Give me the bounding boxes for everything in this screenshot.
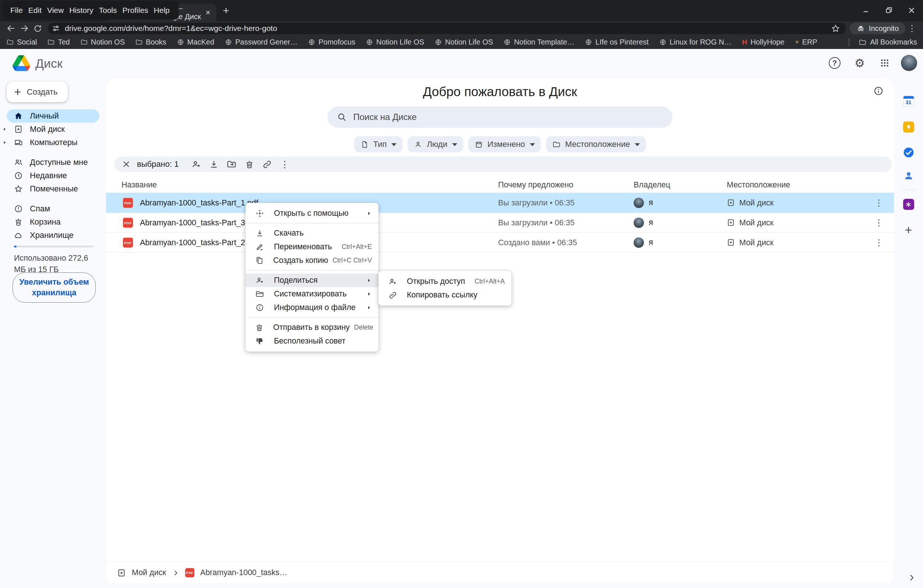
drive-logo[interactable]	[13, 55, 30, 71]
move-to-folder-icon[interactable]	[223, 157, 240, 172]
bookmark-books[interactable]: Books	[135, 38, 166, 46]
sidebar-item-spam[interactable]: Спам	[7, 202, 99, 215]
browser-more-icon[interactable]: ⋮	[905, 22, 918, 34]
bookmark-erp[interactable]: ♥ERP	[795, 38, 817, 46]
filter-type-chip[interactable]: Тип	[354, 136, 403, 153]
bookmark-password-generator[interactable]: Password Gener…	[225, 38, 297, 46]
expand-chevron-icon[interactable]	[2, 140, 7, 145]
copy-link-icon[interactable]	[258, 157, 276, 172]
account-avatar[interactable]	[901, 55, 917, 71]
sidebar-item-shared-with-me[interactable]: Доступные мне	[7, 156, 99, 169]
menu-share[interactable]: Поделиться	[246, 274, 378, 287]
back-icon[interactable]	[5, 22, 18, 34]
window-close-icon[interactable]	[905, 4, 918, 16]
menu-organize[interactable]: Систематизировать	[246, 287, 378, 301]
breadcrumb-my-drive[interactable]: Мой диск	[132, 568, 166, 577]
search-bar[interactable]	[328, 107, 673, 128]
info-icon[interactable]	[873, 86, 884, 96]
menu-view[interactable]: View	[47, 6, 64, 15]
file-row[interactable]: PDFAbramyan-1000_tasks-Part_3.pdf Вы заг…	[106, 213, 894, 233]
settings-gear-icon[interactable]: ⚙	[851, 54, 869, 72]
sidebar-item-my-drive[interactable]: Мой диск	[7, 123, 99, 136]
share-person-add-icon[interactable]	[187, 157, 205, 172]
menu-open-with[interactable]: Открыть с помощью	[246, 207, 378, 220]
sidebar-item-starred[interactable]: Помеченные	[7, 182, 99, 195]
bookmark-life-os-pinterest[interactable]: LIfe os Pinterest	[585, 38, 649, 46]
create-button[interactable]: + Создать	[7, 82, 68, 102]
download-icon[interactable]	[205, 157, 223, 172]
menu-make-copy[interactable]: Создать копию Ctrl+C Ctrl+V	[246, 254, 378, 267]
window-restore-icon[interactable]	[882, 4, 895, 16]
bookmark-notion-template[interactable]: Notion Template…	[504, 38, 574, 46]
clear-selection-icon[interactable]	[118, 157, 134, 172]
submenu-share-access[interactable]: Открыть доступ Ctrl+Alt+A	[378, 275, 511, 288]
address-bar[interactable]: drive.google.com/drive/home?dmr=1&ec=wgc…	[48, 23, 846, 34]
menu-download[interactable]: Скачать	[246, 227, 378, 240]
chatgpt-app-icon[interactable]	[903, 199, 914, 210]
bookmark-notion-life-os-1[interactable]: Notion Life OS	[366, 38, 424, 46]
filter-people-chip[interactable]: Люди	[407, 136, 463, 153]
bookmark-macked[interactable]: MacKed	[177, 38, 214, 46]
menu-edit[interactable]: Edit	[28, 6, 42, 15]
row-more-icon[interactable]: ⋮	[872, 216, 886, 230]
buy-storage-button[interactable]: Увеличить объем хранилища	[13, 273, 96, 303]
expand-chevron-icon[interactable]	[2, 126, 7, 132]
breadcrumb-file[interactable]: Abramyan-1000_tasks…	[200, 568, 287, 577]
bookmark-label: Linux for ROG N…	[670, 38, 732, 46]
filter-location-chip[interactable]: Местоположение	[546, 136, 646, 153]
sidebar-item-home[interactable]: Личный	[7, 109, 99, 123]
sidebar-item-recent[interactable]: Недавние	[7, 169, 99, 182]
tasks-app-icon[interactable]	[903, 146, 915, 158]
bookmark-notion-os[interactable]: Notion OS	[80, 38, 125, 46]
trash-icon[interactable]	[240, 157, 258, 172]
sidebar-item-computers[interactable]: Компьютеры	[7, 136, 99, 149]
window-minimize-icon[interactable]	[860, 4, 872, 16]
sidebar-item-trash[interactable]: Корзина	[7, 215, 99, 229]
submenu-copy-link[interactable]: Копировать ссылку	[378, 288, 511, 302]
menu-move-to-trash[interactable]: Отправить в корзину Delete	[246, 321, 378, 334]
calendar-app-icon[interactable]: 31	[903, 96, 914, 107]
keep-app-icon[interactable]	[903, 122, 914, 133]
filter-modified-chip[interactable]: Изменено	[468, 136, 541, 153]
bookmark-linux-rog[interactable]: Linux for ROG N…	[659, 38, 732, 46]
row-more-icon[interactable]: ⋮	[872, 236, 886, 250]
contacts-app-icon[interactable]	[903, 170, 914, 181]
bookmark-pomofocus[interactable]: Pomofocus	[308, 38, 355, 46]
file-row[interactable]: PDFAbramyan-1000_tasks-Part_2.pdf Создан…	[106, 233, 894, 253]
forward-icon[interactable]	[18, 22, 31, 34]
help-button[interactable]: ?	[826, 54, 844, 72]
reload-icon[interactable]	[31, 22, 44, 34]
site-info-icon[interactable]	[51, 24, 61, 33]
menu-profiles[interactable]: Profiles	[123, 6, 148, 15]
file-location[interactable]: Мой диск	[727, 238, 774, 247]
bookmark-notion-life-os-2[interactable]: Notion Life OS	[435, 38, 493, 46]
column-reason[interactable]: Почему предложено	[498, 181, 573, 190]
file-location[interactable]: Мой диск	[727, 218, 774, 227]
more-actions-icon[interactable]: ⋮	[276, 157, 294, 172]
apps-grid-icon[interactable]	[876, 54, 893, 72]
menu-tools[interactable]: Tools	[99, 6, 117, 15]
file-row[interactable]: PDFAbramyan-1000_tasks-Part_1.pdf Вы заг…	[106, 193, 894, 213]
new-tab-button[interactable]: +	[219, 4, 233, 17]
column-location[interactable]: Местоположение	[727, 181, 790, 190]
bookmark-ted[interactable]: Ted	[48, 38, 70, 46]
menu-rename[interactable]: Переименовать Ctrl+Alt+E	[246, 240, 378, 254]
column-name[interactable]: Название	[122, 181, 157, 190]
sidebar-item-storage[interactable]: Хранилище	[7, 229, 99, 242]
row-more-icon[interactable]: ⋮	[872, 196, 886, 210]
menu-not-helpful[interactable]: Бесполезный совет	[246, 334, 378, 348]
search-input[interactable]	[353, 112, 665, 122]
tab-close-icon[interactable]	[205, 9, 211, 16]
menu-history[interactable]: History	[69, 6, 93, 15]
bookmark-star-icon[interactable]	[831, 24, 840, 33]
menu-file[interactable]: File	[10, 6, 23, 15]
menu-file-info[interactable]: Информация о файле	[246, 301, 378, 314]
menu-help[interactable]: Help	[154, 6, 170, 15]
add-app-icon[interactable]: +	[905, 223, 912, 237]
expand-panel-chevron-icon[interactable]	[904, 570, 919, 585]
bookmark-hollyhope[interactable]: HHollyHope	[742, 38, 785, 46]
bookmark-social[interactable]: Social	[7, 38, 37, 46]
column-owner[interactable]: Владелец	[634, 181, 670, 190]
file-location[interactable]: Мой диск	[727, 198, 774, 207]
all-bookmarks-button[interactable]: All Bookmarks	[859, 35, 917, 49]
